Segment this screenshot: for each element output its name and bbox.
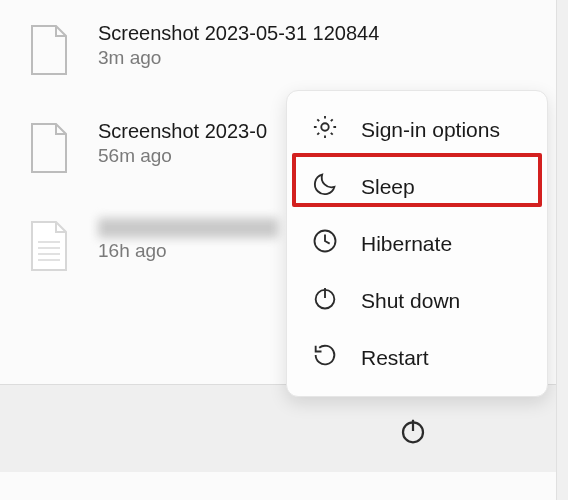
menu-item-sleep[interactable]: Sleep [293, 158, 541, 215]
restart-icon [311, 341, 339, 374]
menu-item-shutdown[interactable]: Shut down [293, 272, 541, 329]
menu-item-label: Restart [361, 346, 429, 370]
power-menu: Sign-in options Sleep Hibernate Shut dow… [286, 90, 548, 397]
menu-item-restart[interactable]: Restart [293, 329, 541, 386]
file-item[interactable]: Screenshot 2023-05-31 120844 3m ago [28, 22, 540, 76]
power-icon [311, 284, 339, 317]
power-button[interactable] [398, 416, 428, 450]
menu-item-label: Hibernate [361, 232, 452, 256]
menu-item-label: Sleep [361, 175, 415, 199]
file-timestamp: 16h ago [98, 240, 278, 262]
file-name: Screenshot 2023-05-31 120844 [98, 22, 379, 45]
file-icon [28, 24, 70, 76]
menu-item-signin-options[interactable]: Sign-in options [293, 101, 541, 158]
clock-icon [311, 227, 339, 260]
text-file-icon [28, 220, 70, 272]
file-timestamp: 56m ago [98, 145, 267, 167]
menu-item-hibernate[interactable]: Hibernate [293, 215, 541, 272]
file-name: Screenshot 2023-0 [98, 120, 267, 143]
menu-item-label: Sign-in options [361, 118, 500, 142]
scrollbar[interactable] [556, 0, 568, 500]
svg-point-6 [321, 123, 328, 130]
footer-bar [0, 384, 556, 472]
file-icon [28, 122, 70, 174]
menu-item-label: Shut down [361, 289, 460, 313]
moon-icon [311, 170, 339, 203]
file-timestamp: 3m ago [98, 47, 379, 69]
file-name-redacted [98, 218, 278, 238]
gear-icon [311, 113, 339, 146]
